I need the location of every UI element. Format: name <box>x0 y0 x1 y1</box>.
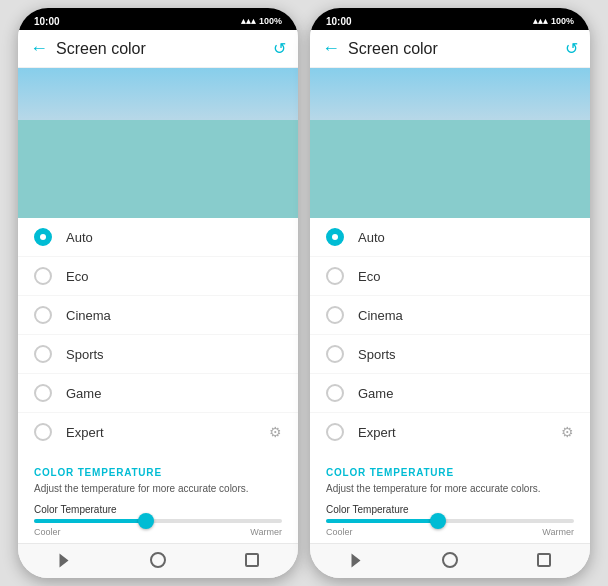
option-label-expert: Expert <box>66 425 269 440</box>
gear-icon-right[interactable]: ⚙ <box>561 424 574 440</box>
svg-point-56 <box>457 150 463 156</box>
svg-point-13 <box>34 172 42 180</box>
svg-point-21 <box>179 159 187 167</box>
notch-right <box>420 8 480 26</box>
svg-marker-42 <box>458 83 478 100</box>
svg-point-22 <box>195 153 201 159</box>
recent-nav-icon[interactable] <box>245 553 259 567</box>
radio-expert <box>34 423 52 441</box>
svg-point-26 <box>189 174 197 182</box>
reset-button-right[interactable]: ↺ <box>565 39 578 58</box>
svg-marker-4 <box>78 98 148 138</box>
option-game-right[interactable]: Game <box>310 374 590 413</box>
page-title: Screen color <box>56 40 273 58</box>
svg-point-51 <box>381 169 389 177</box>
slider-label: Color Temperature <box>34 504 282 515</box>
notch <box>128 8 188 26</box>
svg-point-17 <box>29 184 37 192</box>
status-icons: ▴▴▴ 100% <box>241 16 282 26</box>
svg-marker-3 <box>128 83 218 138</box>
home-nav-icon[interactable] <box>150 552 166 568</box>
home-nav-icon-right[interactable] <box>442 552 458 568</box>
recent-nav-icon-right[interactable] <box>537 553 551 567</box>
option-sports-right[interactable]: Sports <box>310 335 590 374</box>
option-auto[interactable]: Auto <box>18 218 298 257</box>
svg-point-54 <box>357 180 363 186</box>
slider-label-right: Color Temperature <box>326 504 574 515</box>
svg-rect-36 <box>310 68 590 218</box>
back-nav-icon[interactable] <box>60 553 69 567</box>
radio-sports-right <box>326 345 344 363</box>
radio-eco-right <box>326 267 344 285</box>
warmer-label: Warmer <box>250 527 282 537</box>
top-bar-right: ← Screen color ↺ <box>310 30 590 68</box>
svg-point-32 <box>234 164 242 172</box>
gear-icon[interactable]: ⚙ <box>269 424 282 440</box>
page-title-right: Screen color <box>348 40 565 58</box>
back-button-right[interactable]: ← <box>322 38 340 59</box>
svg-point-55 <box>436 154 444 162</box>
svg-point-52 <box>397 160 403 166</box>
svg-marker-5 <box>133 88 148 103</box>
svg-rect-9 <box>18 136 298 218</box>
option-expert-right[interactable]: Expert ⚙ <box>310 413 590 451</box>
battery-icon-right: 100% <box>551 16 574 26</box>
option-label-cinema-right: Cinema <box>358 308 574 323</box>
option-cinema-right[interactable]: Cinema <box>310 296 590 335</box>
svg-point-67 <box>537 155 543 161</box>
back-nav-icon-right[interactable] <box>352 553 361 567</box>
phone-left: 10:00 ▴▴▴ 100% ← Screen color ↺ <box>18 8 298 578</box>
radio-auto <box>34 228 52 246</box>
svg-point-61 <box>452 170 458 176</box>
svg-point-30 <box>259 172 267 180</box>
svg-marker-38 <box>390 88 470 138</box>
svg-rect-45 <box>310 136 590 218</box>
option-label-game-right: Game <box>358 386 574 401</box>
option-label-sports: Sports <box>66 347 282 362</box>
hero-image-right <box>310 68 590 218</box>
option-game[interactable]: Game <box>18 374 298 413</box>
radio-eco <box>34 267 52 285</box>
svg-marker-41 <box>425 88 440 103</box>
svg-point-47 <box>336 159 344 167</box>
svg-point-19 <box>144 154 152 162</box>
svg-point-66 <box>551 172 559 180</box>
option-eco[interactable]: Eco <box>18 257 298 296</box>
color-temp-desc-right: Adjust the temperature for more accurate… <box>326 482 574 496</box>
slider-thumb-right[interactable] <box>430 513 446 529</box>
cooler-label: Cooler <box>34 527 61 537</box>
option-cinema[interactable]: Cinema <box>18 296 298 335</box>
color-temp-title-right: COLOR TEMPERATURE <box>326 467 574 478</box>
svg-point-24 <box>225 155 231 161</box>
svg-marker-43 <box>310 98 390 138</box>
slider-container-right[interactable] <box>326 519 574 523</box>
svg-marker-2 <box>98 88 178 138</box>
svg-point-53 <box>321 184 329 192</box>
color-temp-section-left: COLOR TEMPERATURE Adjust the temperature… <box>18 457 298 543</box>
slider-container[interactable] <box>34 519 282 523</box>
option-sports[interactable]: Sports <box>18 335 298 374</box>
radio-expert-right <box>326 423 344 441</box>
back-button[interactable]: ← <box>30 38 48 59</box>
svg-marker-40 <box>370 98 440 138</box>
svg-marker-39 <box>420 83 510 138</box>
radio-sports <box>34 345 52 363</box>
svg-point-27 <box>115 175 121 181</box>
color-temp-title: COLOR TEMPERATURE <box>34 467 282 478</box>
reset-button[interactable]: ↺ <box>273 39 286 58</box>
option-expert[interactable]: Expert ⚙ <box>18 413 298 451</box>
svg-point-28 <box>129 166 137 174</box>
svg-point-11 <box>44 159 52 167</box>
options-list-right: Auto Eco Cinema Sports Game Expert ⚙ <box>310 218 590 457</box>
slider-thumb[interactable] <box>138 513 154 529</box>
option-label-expert-right: Expert <box>358 425 561 440</box>
option-auto-right[interactable]: Auto <box>310 218 590 257</box>
phone-right: 10:00 ▴▴▴ 100% ← Screen color ↺ <box>310 8 590 578</box>
option-eco-right[interactable]: Eco <box>310 257 590 296</box>
color-temp-desc: Adjust the temperature for more accurate… <box>34 482 282 496</box>
svg-point-63 <box>407 175 413 181</box>
option-label-auto: Auto <box>66 230 282 245</box>
svg-point-69 <box>412 153 418 159</box>
svg-marker-6 <box>166 83 186 100</box>
svg-point-57 <box>471 159 479 167</box>
